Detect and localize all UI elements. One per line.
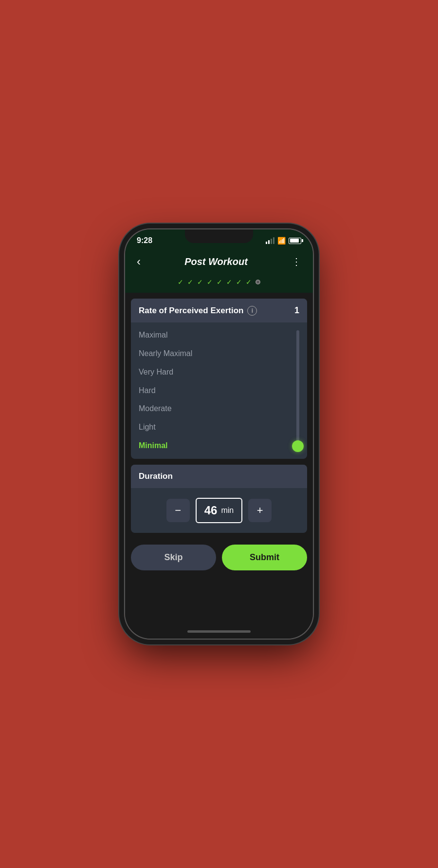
duration-minus-button[interactable]: −	[166, 499, 190, 522]
back-button[interactable]: ‹	[135, 254, 143, 269]
progress-dot-current	[256, 280, 260, 284]
menu-button[interactable]: ⋮	[290, 254, 303, 269]
signal-icon	[266, 237, 274, 244]
phone-frame: 9:28 📶 ‹ Post Workout ⋮ ✓ ✓ ✓ ✓ ✓	[124, 228, 314, 640]
progress-check-1: ✓	[178, 278, 183, 286]
duration-body: − 46 min +	[131, 488, 307, 533]
rpe-label-moderate: Moderate	[139, 404, 289, 414]
bottom-actions: Skip Submit	[125, 539, 313, 580]
status-icons: 📶	[266, 237, 301, 245]
phone-screen: 9:28 📶 ‹ Post Workout ⋮ ✓ ✓ ✓ ✓ ✓	[125, 229, 313, 639]
header: ‹ Post Workout ⋮	[125, 249, 313, 276]
notch	[185, 229, 253, 243]
progress-check-7: ✓	[236, 278, 242, 286]
page-title: Post Workout	[184, 256, 248, 267]
rpe-slider-thumb[interactable]	[292, 440, 304, 452]
status-bar: 9:28 📶	[125, 229, 313, 249]
duration-unit: min	[221, 506, 234, 515]
duration-header: Duration	[131, 465, 307, 488]
progress-check-4: ✓	[207, 278, 213, 286]
rpe-label-maximal: Maximal	[139, 330, 289, 340]
rpe-labels: Maximal Nearly Maximal Very Hard Hard Mo…	[139, 330, 289, 451]
rpe-slider[interactable]	[296, 330, 299, 451]
home-indicator	[125, 626, 313, 639]
home-bar	[187, 630, 251, 633]
rpe-title: Rate of Perceived Exertion	[139, 306, 243, 316]
duration-value: 46	[204, 504, 218, 517]
rpe-card-header: Rate of Perceived Exertion i 1	[131, 299, 307, 322]
progress-check-2: ✓	[187, 278, 193, 286]
rpe-header-left: Rate of Perceived Exertion i	[139, 306, 257, 316]
info-icon[interactable]: i	[247, 306, 257, 316]
duration-card: Duration − 46 min +	[131, 465, 307, 533]
progress-check-5: ✓	[217, 278, 222, 286]
rpe-label-very-hard: Very Hard	[139, 367, 289, 377]
rpe-body: Maximal Nearly Maximal Very Hard Hard Mo…	[131, 322, 307, 459]
submit-button[interactable]: Submit	[222, 545, 307, 570]
progress-check-8: ✓	[246, 278, 252, 286]
progress-check-6: ✓	[226, 278, 232, 286]
duration-title: Duration	[139, 472, 173, 481]
rpe-card: Rate of Perceived Exertion i 1 Maximal N…	[131, 299, 307, 459]
main-content: Rate of Perceived Exertion i 1 Maximal N…	[125, 293, 313, 626]
battery-icon	[289, 238, 301, 244]
progress-check-3: ✓	[197, 278, 203, 286]
rpe-label-hard: Hard	[139, 386, 289, 396]
rpe-label-light: Light	[139, 422, 289, 433]
progress-bar: ✓ ✓ ✓ ✓ ✓ ✓ ✓ ✓	[125, 276, 313, 293]
wifi-icon: 📶	[277, 237, 286, 245]
duration-display: 46 min	[196, 498, 242, 523]
skip-button[interactable]: Skip	[131, 545, 216, 570]
rpe-label-minimal: Minimal	[139, 441, 289, 451]
rpe-value: 1	[294, 305, 299, 316]
duration-plus-button[interactable]: +	[248, 499, 272, 522]
time-display: 9:28	[137, 236, 152, 245]
rpe-label-nearly-maximal: Nearly Maximal	[139, 349, 289, 359]
